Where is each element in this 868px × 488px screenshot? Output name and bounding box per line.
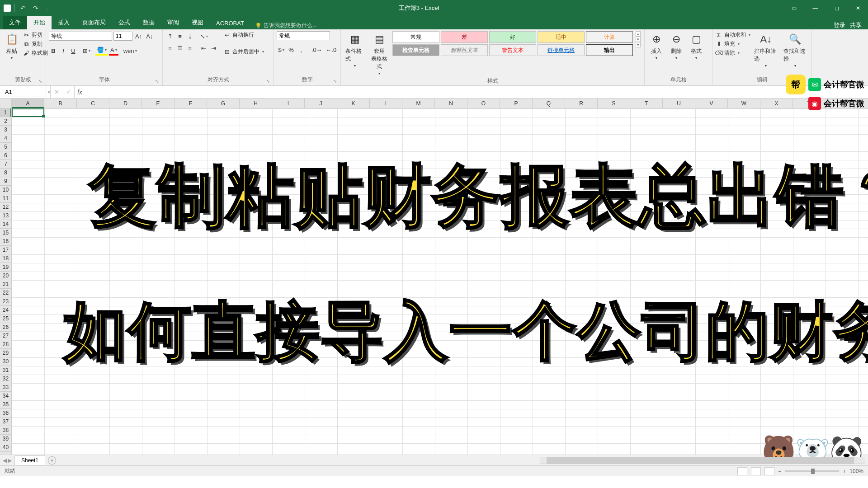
row-header[interactable]: 28 bbox=[0, 340, 11, 349]
increase-font-icon[interactable]: A↑ bbox=[134, 31, 143, 41]
column-header[interactable]: C bbox=[77, 99, 109, 108]
row-header[interactable]: 24 bbox=[0, 306, 11, 314]
select-all-button[interactable] bbox=[0, 99, 12, 108]
conditional-format-button[interactable]: ▦ 条件格式▾ bbox=[344, 31, 366, 69]
insert-cells-button[interactable]: ⊕插入▾ bbox=[647, 31, 665, 61]
tab-view[interactable]: 视图 bbox=[185, 16, 210, 29]
column-header[interactable]: E bbox=[142, 99, 175, 108]
row-header[interactable]: 32 bbox=[0, 375, 11, 383]
zoom-in-icon[interactable]: + bbox=[843, 468, 846, 474]
style-check[interactable]: 检查单元格 bbox=[392, 44, 439, 56]
border-button[interactable]: ⊞ bbox=[81, 46, 92, 56]
row-header[interactable]: 26 bbox=[0, 323, 11, 332]
row-header[interactable]: 39 bbox=[0, 435, 11, 443]
zoom-out-icon[interactable]: − bbox=[778, 468, 781, 474]
style-calc[interactable]: 计算 bbox=[586, 31, 633, 43]
decrease-indent-icon[interactable]: ⇤ bbox=[199, 43, 208, 53]
minimize-icon[interactable]: — bbox=[805, 0, 826, 16]
tab-review[interactable]: 审阅 bbox=[161, 16, 185, 29]
row-header[interactable]: 21 bbox=[0, 280, 11, 289]
row-header[interactable]: 9 bbox=[0, 177, 11, 186]
row-header[interactable]: 27 bbox=[0, 332, 11, 340]
column-header[interactable]: O bbox=[467, 99, 500, 108]
row-header[interactable]: 23 bbox=[0, 297, 11, 306]
style-link[interactable]: 链接单元格 bbox=[538, 44, 585, 56]
column-header[interactable]: H bbox=[240, 99, 272, 108]
normal-view-icon[interactable] bbox=[737, 467, 747, 475]
style-explain[interactable]: 解释性文本 bbox=[441, 44, 488, 56]
orientation-icon[interactable]: ⤡ bbox=[199, 31, 209, 41]
copy-button[interactable]: ⧉复制 bbox=[23, 40, 48, 48]
tab-formulas[interactable]: 公式 bbox=[112, 16, 137, 29]
align-middle-icon[interactable]: ≡ bbox=[175, 31, 184, 41]
name-box[interactable] bbox=[2, 87, 46, 97]
bold-button[interactable]: B bbox=[49, 46, 58, 56]
row-header[interactable]: 15 bbox=[0, 229, 11, 237]
cut-button[interactable]: ✂剪切 bbox=[23, 31, 48, 39]
row-header[interactable]: 35 bbox=[0, 400, 11, 409]
font-launcher-icon[interactable]: ⤡ bbox=[155, 79, 159, 84]
sheet-nav-prev-icon[interactable]: ◀ bbox=[3, 457, 7, 464]
row-header[interactable]: 38 bbox=[0, 426, 11, 435]
font-size-select[interactable] bbox=[113, 32, 132, 41]
number-launcher-icon[interactable]: ⤡ bbox=[333, 79, 337, 84]
styles-more[interactable]: ▴▾▾ bbox=[635, 31, 642, 47]
row-header[interactable]: 34 bbox=[0, 392, 11, 400]
decrease-font-icon[interactable]: A↓ bbox=[145, 31, 154, 41]
row-header[interactable]: 3 bbox=[0, 126, 11, 134]
format-cells-button[interactable]: ▢格式▾ bbox=[687, 31, 705, 61]
row-header[interactable]: 4 bbox=[0, 134, 11, 143]
close-icon[interactable]: ✕ bbox=[848, 0, 868, 16]
column-header[interactable]: T bbox=[630, 99, 663, 108]
increase-decimal-icon[interactable]: .0→ bbox=[310, 45, 324, 55]
row-header[interactable]: 11 bbox=[0, 194, 11, 203]
column-header[interactable]: F bbox=[175, 99, 207, 108]
tab-acrobat[interactable]: ACROBAT bbox=[210, 17, 250, 29]
column-header[interactable]: L bbox=[370, 99, 402, 108]
row-header[interactable]: 7 bbox=[0, 160, 11, 169]
align-top-icon[interactable]: ⤒ bbox=[165, 31, 175, 41]
comma-button[interactable]: , bbox=[297, 45, 306, 55]
tab-home[interactable]: 开始 bbox=[27, 16, 52, 29]
wrap-text-button[interactable]: ↩自动换行 bbox=[223, 31, 264, 39]
row-header[interactable]: 36 bbox=[0, 409, 11, 418]
tab-data[interactable]: 数据 bbox=[137, 16, 161, 29]
tell-me-search[interactable]: 💡 告诉我您想要做什么... bbox=[250, 22, 321, 29]
column-header[interactable]: A bbox=[12, 99, 44, 108]
align-right-icon[interactable]: ≡ bbox=[185, 43, 194, 53]
font-color-button[interactable]: A bbox=[109, 46, 118, 56]
increase-indent-icon[interactable]: ⇥ bbox=[209, 43, 218, 53]
merge-center-button[interactable]: ⊟合并后居中 bbox=[223, 48, 264, 56]
column-header[interactable]: U bbox=[663, 99, 695, 108]
row-header[interactable]: 17 bbox=[0, 246, 11, 254]
phonetic-button[interactable]: wén bbox=[122, 46, 138, 56]
column-header[interactable]: D bbox=[109, 99, 142, 108]
number-format-select[interactable] bbox=[277, 31, 330, 40]
decrease-decimal-icon[interactable]: ←.0 bbox=[324, 45, 338, 55]
autosum-button[interactable]: Σ自动求和 bbox=[715, 31, 750, 39]
row-header[interactable]: 33 bbox=[0, 383, 11, 392]
column-header[interactable]: S bbox=[598, 99, 630, 108]
column-header[interactable]: B bbox=[44, 99, 77, 108]
align-center-icon[interactable]: ☰ bbox=[175, 43, 184, 53]
tab-layout[interactable]: 页面布局 bbox=[76, 16, 112, 29]
row-header[interactable]: 31 bbox=[0, 366, 11, 375]
qat-more-icon[interactable] bbox=[44, 5, 50, 12]
undo-icon[interactable]: ↶ bbox=[19, 5, 28, 12]
maximize-icon[interactable]: ◻ bbox=[826, 0, 847, 16]
align-left-icon[interactable]: ≡ bbox=[165, 43, 175, 53]
row-header[interactable]: 1 bbox=[0, 108, 11, 117]
tab-file[interactable]: 文件 bbox=[3, 16, 27, 29]
fill-color-button[interactable]: 🪣 bbox=[95, 46, 108, 56]
redo-icon[interactable]: ↷ bbox=[31, 5, 40, 12]
login-link[interactable]: 登录 bbox=[834, 21, 845, 29]
horizontal-scrollbar[interactable] bbox=[59, 457, 865, 464]
active-cell[interactable] bbox=[12, 108, 44, 117]
row-header[interactable]: 37 bbox=[0, 418, 11, 426]
fill-handle[interactable] bbox=[42, 115, 45, 117]
clear-button[interactable]: ⌫清除 bbox=[715, 49, 750, 57]
share-button[interactable]: 共享 bbox=[850, 21, 862, 29]
column-header[interactable]: J bbox=[305, 99, 337, 108]
row-header[interactable]: 20 bbox=[0, 272, 11, 280]
row-header[interactable]: 30 bbox=[0, 357, 11, 366]
